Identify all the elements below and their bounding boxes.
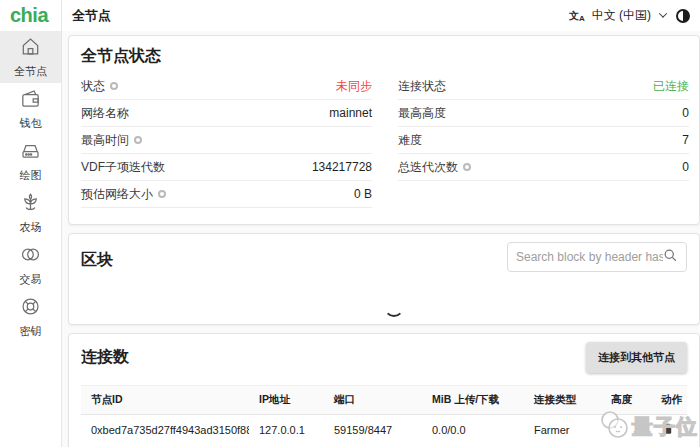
farm-plant-icon <box>19 191 42 218</box>
translate-icon: 文A <box>569 9 585 23</box>
qbitai-watermark: 量子位 <box>596 409 698 445</box>
block-search-box <box>507 242 687 272</box>
qbitai-logo-icon <box>596 409 632 445</box>
status-label: 预估网络大小 <box>81 186 153 203</box>
status-grid: 状态 未同步 网络名称 mainnet 最高时间 <box>81 73 689 208</box>
sidebar-item-label: 农场 <box>20 220 42 235</box>
col-ip-address: IP地址 <box>249 393 324 407</box>
status-label: 状态 <box>81 78 105 95</box>
node-id-cell: 0xbed7a735d27ff4943ad3150f88b6… <box>81 424 249 436</box>
col-height: 高度 <box>601 393 651 407</box>
keys-wheel-icon <box>19 295 42 322</box>
status-label: 最高高度 <box>398 105 446 122</box>
main-scroll-area[interactable]: 全节点状态 状态 未同步 网络名称 mainnet 最高时间 <box>62 31 700 447</box>
status-label: 连接状态 <box>398 78 446 95</box>
mib-cell: 0.0/0.0 <box>422 424 524 436</box>
sidebar-item-label: 钱包 <box>20 116 42 131</box>
status-row: 预估网络大小 0 B <box>81 181 372 208</box>
status-value: mainnet <box>329 106 372 120</box>
plots-drive-icon <box>19 139 42 166</box>
status-row: VDF子项迭代数 134217728 <box>81 154 372 181</box>
sidebar-item-label: 交易 <box>20 272 42 287</box>
watermark-text: 量子位 <box>632 413 698 441</box>
sidebar-item-wallet[interactable]: 钱包 <box>0 83 61 135</box>
chia-logo[interactable]: chia <box>10 4 48 27</box>
app-window: chia 全节点 钱包 绘图 <box>0 0 700 447</box>
sidebar-item-full-node[interactable]: 全节点 <box>0 31 61 83</box>
port-cell: 59159/8447 <box>324 424 422 436</box>
language-selector[interactable]: 中文 (中国) <box>592 7 651 24</box>
ip-cell: 127.0.0.1 <box>249 424 324 436</box>
sidebar-item-label: 密钥 <box>20 324 42 339</box>
blocks-card: 区块 <box>68 233 700 325</box>
status-label: 最高时间 <box>81 132 129 149</box>
block-search-input[interactable] <box>516 250 663 264</box>
status-value: 0 B <box>354 187 372 201</box>
col-mib-up-down: MiB 上传/下载 <box>422 393 524 407</box>
help-icon[interactable] <box>463 163 471 171</box>
trade-circles-icon <box>19 243 42 270</box>
status-row: 总迭代次数 0 <box>398 154 689 181</box>
status-card-title: 全节点状态 <box>81 46 689 67</box>
status-label: 难度 <box>398 132 422 149</box>
sidebar: chia 全节点 钱包 绘图 <box>0 0 62 447</box>
status-left-column: 状态 未同步 网络名称 mainnet 最高时间 <box>81 73 372 208</box>
col-connection-type: 连接类型 <box>524 393 601 407</box>
connection-type-cell: Farmer <box>524 424 601 436</box>
full-node-status-card: 全节点状态 状态 未同步 网络名称 mainnet 最高时间 <box>68 35 700 225</box>
header-controls: 文A 中文 (中国) <box>569 7 690 24</box>
full-node-home-icon <box>19 35 42 62</box>
status-right-column: 连接状态 已连接 最高高度 0 难度 7 总迭代次数 <box>398 73 689 208</box>
status-row: 难度 7 <box>398 127 689 154</box>
col-actions: 动作 <box>651 393 687 407</box>
sidebar-item-plots[interactable]: 绘图 <box>0 135 61 187</box>
status-row: 最高时间 <box>81 127 372 154</box>
col-port: 端口 <box>324 393 422 407</box>
col-node-id: 节点ID <box>81 393 249 407</box>
sidebar-item-label: 全节点 <box>14 64 47 79</box>
blocks-card-title: 区块 <box>81 250 113 271</box>
sidebar-item-farm[interactable]: 农场 <box>0 187 61 239</box>
content-column: 全节点 文A 中文 (中国) 全节点状态 状态 未同步 <box>62 0 700 447</box>
help-icon[interactable] <box>134 136 142 144</box>
status-label: 总迭代次数 <box>398 159 458 176</box>
app-header: 全节点 文A 中文 (中国) <box>62 0 700 31</box>
sidebar-item-keys[interactable]: 密钥 <box>0 291 61 343</box>
connections-card-title: 连接数 <box>81 347 129 368</box>
status-value: 未同步 <box>336 78 372 95</box>
sidebar-item-label: 绘图 <box>20 168 42 183</box>
dark-mode-toggle-icon[interactable] <box>676 9 690 23</box>
status-value: 7 <box>682 133 689 147</box>
status-value: 0 <box>682 160 689 174</box>
sidebar-nav: 全节点 钱包 绘图 农场 <box>0 31 61 343</box>
status-label: VDF子项迭代数 <box>81 159 165 176</box>
status-label: 网络名称 <box>81 105 129 122</box>
status-row: 最高高度 0 <box>398 100 689 127</box>
loading-spinner <box>384 297 404 317</box>
status-row: 连接状态 已连接 <box>398 73 689 100</box>
help-icon[interactable] <box>110 82 118 90</box>
status-value: 已连接 <box>653 78 689 95</box>
sidebar-item-trade[interactable]: 交易 <box>0 239 61 291</box>
status-row: 网络名称 mainnet <box>81 100 372 127</box>
connect-to-other-peers-button[interactable]: 连接到其他节点 <box>586 342 687 373</box>
chevron-down-icon[interactable] <box>659 9 667 17</box>
status-value: 134217728 <box>312 160 372 174</box>
search-icon[interactable] <box>663 248 678 267</box>
status-row: 状态 未同步 <box>81 73 372 100</box>
wallet-icon <box>19 87 42 114</box>
logo-box: chia <box>0 0 61 31</box>
page-title: 全节点 <box>72 7 111 25</box>
status-value: 0 <box>682 106 689 120</box>
help-icon[interactable] <box>158 190 166 198</box>
